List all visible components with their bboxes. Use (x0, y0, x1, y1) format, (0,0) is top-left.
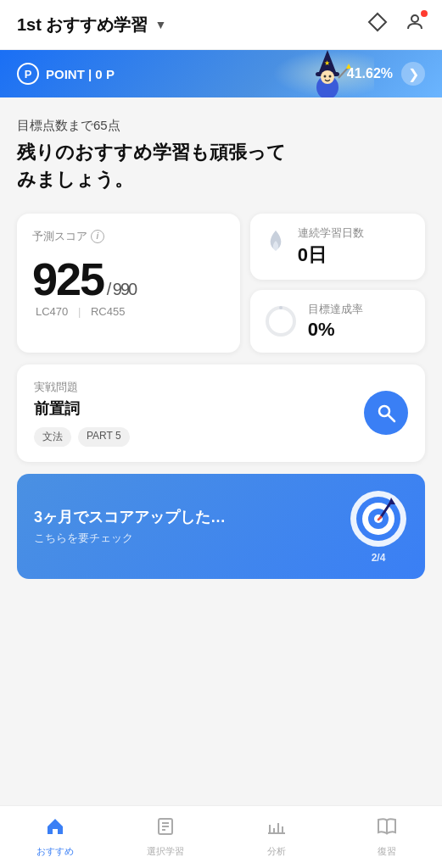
point-label: POINT | 0 P (46, 67, 115, 81)
main-message: 残りのおすすめ学習も頑張ってみましょう。 (17, 139, 425, 193)
target-icon (349, 489, 408, 548)
promo-title: 3ヶ月でスコアアップした… (34, 507, 226, 527)
score-sub: LC470 | RC455 (32, 305, 225, 318)
goal-value: 0% (308, 319, 363, 341)
app-header: 1st おすすめ学習 ▼ (0, 0, 442, 50)
promo-right: 2/4 (349, 489, 408, 564)
nav-item-select-study[interactable]: 選択学習 (110, 813, 221, 858)
score-card: 予測スコア i 925 / 990 LC470 | RC455 (17, 214, 240, 353)
svg-point-7 (329, 75, 332, 78)
goal-info: 目標達成率 0% (308, 302, 363, 341)
nav-item-analysis[interactable]: 分析 (221, 813, 332, 858)
svg-point-6 (324, 75, 327, 78)
practice-tags: 文法 PART 5 (34, 427, 130, 447)
header-icons (367, 12, 425, 37)
book-icon (155, 816, 176, 842)
practice-category: 実戦問題 (34, 380, 130, 395)
point-banner-left: P POINT | 0 P (17, 63, 115, 85)
notification-dot (421, 10, 428, 17)
promo-text-block: 3ヶ月でスコアアップした… こちらを要チェック (34, 507, 226, 546)
streak-card-inner: 連続学習日数 0日 (264, 225, 411, 268)
bottom-nav: おすすめ 選択学習 分析 (0, 805, 442, 868)
nav-label-select-study: 選択学習 (147, 845, 184, 858)
score-value: 925 / 990 (32, 256, 225, 302)
home-icon (45, 816, 65, 842)
streak-info: 連続学習日数 0日 (298, 225, 364, 268)
nav-label-review: 復習 (378, 845, 396, 858)
main-content: 目標点数まで65点 残りのおすすめ学習も頑張ってみましょう。 予測スコア i 9… (0, 97, 442, 805)
open-book-icon (377, 816, 397, 842)
practice-title: 前置詞 (34, 398, 130, 419)
point-arrow-button[interactable]: ❯ (401, 62, 425, 86)
chart-icon (266, 816, 287, 842)
dropdown-icon[interactable]: ▼ (154, 18, 166, 31)
flame-icon (264, 229, 288, 264)
score-card-label: 予測スコア i (32, 229, 225, 244)
info-icon[interactable]: i (91, 230, 104, 243)
goal-card: 目標達成率 0% (250, 290, 425, 353)
svg-point-10 (267, 308, 294, 335)
svg-point-0 (411, 15, 418, 22)
svg-point-5 (321, 70, 334, 84)
svg-line-13 (389, 415, 394, 421)
search-icon (375, 402, 397, 424)
practice-start-button[interactable] (364, 391, 408, 435)
tag-part5: PART 5 (78, 427, 130, 447)
point-percent: 41.62% (347, 66, 393, 81)
practice-card: 実戦問題 前置詞 文法 PART 5 (17, 364, 425, 462)
promo-banner[interactable]: 3ヶ月でスコアアップした… こちらを要チェック 2/4 (17, 474, 425, 579)
nav-item-recommend[interactable]: おすすめ (0, 813, 110, 858)
user-icon[interactable] (405, 12, 425, 37)
promo-count: 2/4 (372, 552, 386, 564)
header-left: 1st おすすめ学習 ▼ (17, 14, 166, 36)
bookmark-icon[interactable] (367, 12, 388, 37)
point-banner[interactable]: P POINT | 0 P ★ 41.62% ❯ (0, 50, 442, 97)
page-title: 1st おすすめ学習 (17, 14, 148, 36)
point-circle-icon: P (17, 63, 39, 85)
goal-card-inner: 目標達成率 0% (264, 302, 411, 341)
point-banner-right: 41.62% ❯ (347, 62, 425, 86)
small-cards: 連続学習日数 0日 目標達成率 0% (250, 214, 425, 353)
nav-label-analysis: 分析 (267, 845, 286, 858)
streak-card: 連続学習日数 0日 (250, 214, 425, 280)
promo-subtitle: こちらを要チェック (34, 531, 226, 546)
practice-info: 実戦問題 前置詞 文法 PART 5 (34, 380, 130, 447)
tag-grammar: 文法 (34, 427, 71, 447)
stats-cards-row: 予測スコア i 925 / 990 LC470 | RC455 (17, 214, 425, 353)
svg-text:★: ★ (324, 59, 330, 67)
wizard-icon: ★ (302, 50, 353, 97)
subtitle-text: 目標点数まで65点 (17, 118, 425, 134)
nav-label-recommend: おすすめ (36, 845, 74, 858)
nav-item-review[interactable]: 復習 (332, 813, 442, 858)
streak-value: 0日 (298, 242, 364, 268)
goal-circle (264, 304, 298, 338)
